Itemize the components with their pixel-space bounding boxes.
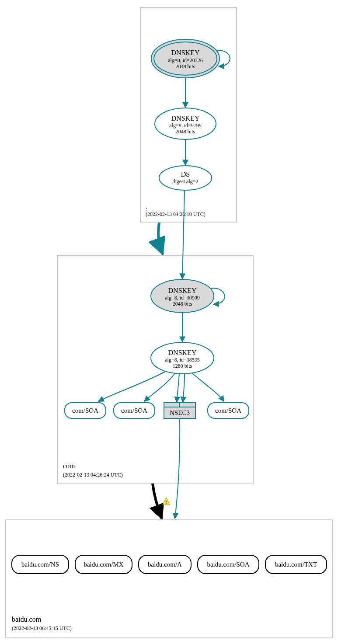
- root-dnskey-ksk-node: DNSKEY alg=8, id=20326 2048 bits: [151, 39, 220, 78]
- svg-point-3: [159, 166, 212, 190]
- root-ds-title: DS: [181, 171, 190, 178]
- edge-comzsk-nsec3-2: [183, 374, 185, 402]
- root-ksk-line1: alg=8, id=20326: [168, 57, 203, 63]
- root-zsk-title: DNSKEY: [171, 115, 200, 122]
- edge-root-to-com-thick: [158, 223, 163, 254]
- root-dnskey-zsk-node: DNSKEY alg=8, id=9799 2048 bits: [155, 108, 216, 139]
- com-nsec3-label: NSEC3: [170, 409, 190, 416]
- root-zone-timestamp: (2022-02-13 04:26:10 UTC): [146, 211, 206, 217]
- root-ds-line1: digest alg=2: [172, 178, 198, 184]
- root-zsk-line2: 2048 bits: [176, 129, 195, 135]
- baidu-txt-node: baidu.com/TXT: [265, 555, 327, 574]
- baidu-zone-box: [6, 520, 332, 638]
- com-zsk-line1: alg=8, id=38535: [165, 357, 200, 363]
- baidu-a-node: baidu.com/A: [139, 555, 191, 574]
- com-zsk-line2: 1280 bits: [173, 363, 192, 369]
- warning-icon: !: [163, 498, 170, 505]
- com-dnskey-zsk-node: DNSKEY alg=8, id=38535 1280 bits: [151, 342, 214, 374]
- root-zone-label: .: [146, 202, 147, 210]
- edge-ds-to-comksk: [182, 190, 185, 279]
- baidu-soa-node: baidu.com/SOA: [198, 555, 259, 574]
- root-ds-node: DS digest alg=2: [159, 166, 212, 190]
- svg-text:!: !: [165, 499, 167, 505]
- baidu-soa-label: baidu.com/SOA: [207, 561, 249, 568]
- root-zsk-line1: alg=8, id=9799: [169, 122, 202, 129]
- baidu-mx-node: baidu.com/MX: [75, 555, 132, 574]
- edge-nsec3-to-baidu: [175, 419, 180, 519]
- edge-comzsk-nsec3-1: [177, 374, 179, 402]
- com-zone-timestamp: (2022-02-13 04:26:24 UTC): [63, 472, 123, 478]
- edge-comzsk-soa2: [144, 373, 175, 401]
- com-soa2-label: com/SOA: [121, 407, 147, 414]
- com-soa1-label: com/SOA: [72, 407, 98, 414]
- com-ksk-line2: 2048 bits: [173, 301, 192, 307]
- com-soa-node-1: com/SOA: [65, 403, 106, 418]
- baidu-zone-timestamp: (2022-02-13 06:45:45 UTC): [12, 625, 72, 631]
- baidu-ns-node: baidu.com/NS: [12, 555, 69, 574]
- edge-com-to-baidu-thick: [153, 484, 162, 519]
- dnssec-diagram: . (2022-02-13 04:26:10 UTC) DNSKEY alg=8…: [0, 0, 338, 644]
- com-zone-label: com: [63, 462, 75, 470]
- root-ksk-title: DNSKEY: [171, 49, 200, 56]
- com-ksk-line1: alg=8, id=30909: [165, 295, 200, 301]
- baidu-ns-label: baidu.com/NS: [21, 561, 59, 568]
- baidu-mx-label: baidu.com/MX: [84, 561, 123, 568]
- com-soa3-label: com/SOA: [215, 407, 241, 414]
- baidu-txt-label: baidu.com/TXT: [275, 561, 317, 568]
- com-soa-node-3: com/SOA: [208, 403, 249, 418]
- edge-comzsk-soa1: [98, 372, 165, 401]
- com-dnskey-ksk-node: DNSKEY alg=8, id=30909 2048 bits: [151, 279, 214, 313]
- com-ksk-title: DNSKEY: [168, 287, 197, 294]
- com-zsk-title: DNSKEY: [168, 349, 197, 356]
- com-soa-node-2: com/SOA: [114, 403, 155, 418]
- edge-comzsk-soa3: [192, 373, 224, 401]
- root-ksk-line2: 2048 bits: [176, 63, 195, 70]
- baidu-zone-label: baidu.com: [12, 616, 42, 623]
- com-nsec3-node: NSEC3: [164, 403, 195, 418]
- baidu-a-label: baidu.com/A: [148, 561, 182, 568]
